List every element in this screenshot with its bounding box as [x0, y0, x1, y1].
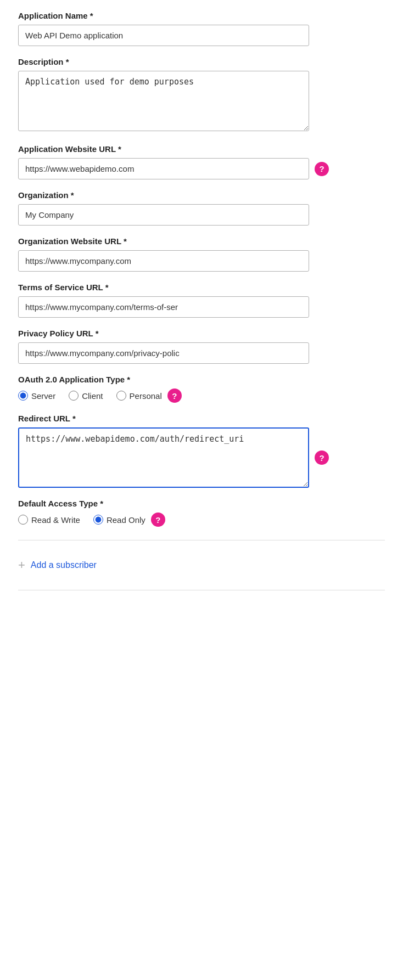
org-website-label: Organization Website URL *: [18, 236, 385, 246]
oauth-server-option[interactable]: Server: [18, 391, 55, 401]
oauth-type-label: OAuth 2.0 Application Type *: [18, 375, 385, 384]
app-name-input[interactable]: [18, 25, 309, 46]
privacy-url-input[interactable]: [18, 342, 309, 364]
access-type-row: Read & Write Read Only ?: [18, 512, 385, 527]
terms-url-label: Terms of Service URL *: [18, 283, 385, 292]
oauth-client-label: Client: [82, 391, 103, 401]
access-type-label: Default Access Type *: [18, 499, 385, 508]
oauth-personal-option[interactable]: Personal: [116, 391, 162, 401]
read-write-option[interactable]: Read & Write: [18, 515, 80, 525]
description-textarea[interactable]: Application used for demo purposes: [18, 71, 309, 131]
oauth-server-radio[interactable]: [18, 391, 28, 401]
app-website-group: Application Website URL * ?: [18, 144, 385, 179]
org-website-input[interactable]: [18, 250, 309, 272]
oauth-type-group: OAuth 2.0 Application Type * Server Clie…: [18, 375, 385, 403]
divider: [18, 540, 385, 540]
access-radio-group: Read & Write Read Only: [18, 515, 145, 525]
organization-group: Organization *: [18, 190, 385, 226]
oauth-help-icon[interactable]: ?: [167, 388, 182, 403]
description-group: Description * Application used for demo …: [18, 57, 385, 133]
app-website-input[interactable]: [18, 158, 309, 179]
oauth-radio-group: Server Client Personal: [18, 391, 162, 401]
oauth-client-option[interactable]: Client: [69, 391, 103, 401]
read-only-radio[interactable]: [93, 515, 103, 525]
app-name-label: Application Name *: [18, 11, 385, 20]
organization-label: Organization *: [18, 190, 385, 200]
privacy-url-group: Privacy Policy URL *: [18, 329, 385, 364]
read-only-option[interactable]: Read Only: [93, 515, 145, 525]
privacy-url-label: Privacy Policy URL *: [18, 329, 385, 338]
description-label: Description *: [18, 57, 385, 66]
redirect-url-textarea[interactable]: https://www.webapidemo.com/auth/redirect…: [18, 427, 309, 488]
redirect-url-label: Redirect URL *: [18, 414, 385, 423]
read-write-radio[interactable]: [18, 515, 28, 525]
terms-url-group: Terms of Service URL *: [18, 283, 385, 318]
add-subscriber-label: Add a subscriber: [31, 560, 97, 570]
redirect-url-input-row: https://www.webapidemo.com/auth/redirect…: [18, 427, 385, 488]
access-type-group: Default Access Type * Read & Write Read …: [18, 499, 385, 527]
oauth-personal-radio[interactable]: [116, 391, 126, 401]
app-website-label: Application Website URL *: [18, 144, 385, 154]
oauth-type-row: Server Client Personal ?: [18, 388, 385, 403]
app-name-group: Application Name *: [18, 11, 385, 46]
oauth-personal-label: Personal: [130, 391, 162, 401]
read-write-label: Read & Write: [31, 515, 80, 525]
app-website-input-row: ?: [18, 158, 385, 179]
redirect-url-help-icon[interactable]: ?: [315, 450, 329, 465]
organization-input[interactable]: [18, 204, 309, 226]
bottom-divider: [18, 590, 385, 590]
org-website-group: Organization Website URL *: [18, 236, 385, 272]
terms-url-input[interactable]: [18, 296, 309, 318]
oauth-server-label: Server: [31, 391, 55, 401]
oauth-client-radio[interactable]: [69, 391, 79, 401]
app-website-help-icon[interactable]: ?: [315, 162, 329, 176]
access-help-icon[interactable]: ?: [151, 512, 165, 527]
add-subscriber-button[interactable]: + Add a subscriber: [18, 554, 385, 577]
add-subscriber-icon: +: [18, 559, 25, 571]
redirect-url-group: Redirect URL * https://www.webapidemo.co…: [18, 414, 385, 488]
read-only-label: Read Only: [107, 515, 145, 525]
